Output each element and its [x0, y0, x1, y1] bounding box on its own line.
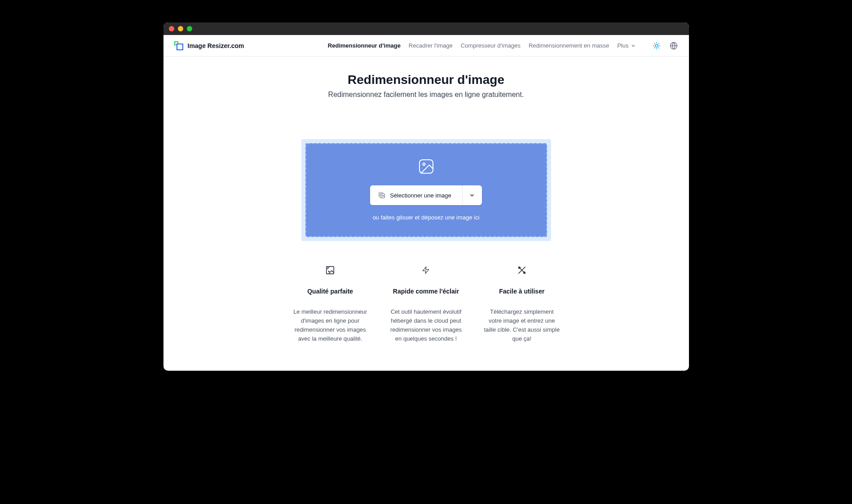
close-window-button[interactable] [169, 26, 174, 31]
brand-logo[interactable]: Image Resizer.com [174, 41, 244, 50]
select-image-button[interactable]: Sélectionner une image [370, 185, 462, 205]
page-title: Redimensionneur d'image [163, 73, 689, 87]
select-source-dropdown[interactable] [462, 185, 482, 205]
select-image-label: Sélectionner une image [390, 192, 451, 199]
main-content: Redimensionneur d'image Redimensionnez f… [163, 57, 689, 371]
dropzone[interactable]: Sélectionner une image ou faites glisser… [305, 143, 547, 237]
nav-link-crop[interactable]: Recadrer l'image [409, 42, 453, 49]
resize-icon [325, 265, 335, 275]
nav-icons [652, 41, 678, 50]
svg-line-7 [654, 48, 654, 48]
svg-line-4 [658, 48, 659, 48]
svg-line-8 [658, 43, 659, 44]
globe-icon [670, 42, 678, 50]
image-placeholder-icon [417, 158, 435, 175]
chevron-down-icon [631, 43, 636, 48]
language-button[interactable] [669, 41, 678, 50]
images-icon [378, 192, 385, 199]
features-row: Qualité parfaite Le meilleur redimension… [291, 265, 561, 344]
svg-point-0 [655, 44, 658, 47]
feature-title: Rapide comme l'éclair [387, 288, 465, 295]
browser-window: Image Resizer.com Redimensionneur d'imag… [163, 22, 689, 371]
nav-more-label: Plus [617, 42, 628, 49]
feature-quality: Qualité parfaite Le meilleur redimension… [291, 265, 369, 344]
select-image-group: Sélectionner une image [370, 185, 482, 205]
feature-title: Facile à utiliser [483, 288, 561, 295]
brand-name: Image Resizer.com [188, 42, 244, 49]
svg-marker-17 [423, 267, 429, 274]
feature-desc: Cet outil hautement évolutif hébergé dan… [387, 307, 465, 344]
svg-point-12 [423, 163, 425, 166]
main-nav: Redimensionneur d'image Recadrer l'image… [328, 41, 678, 50]
nav-link-bulk[interactable]: Redimensionnement en masse [529, 42, 609, 49]
site-header: Image Resizer.com Redimensionneur d'imag… [163, 35, 689, 57]
chevron-down-icon [469, 192, 475, 198]
maximize-window-button[interactable] [187, 26, 192, 31]
feature-desc: Le meilleur redimensionneur d'images en … [291, 307, 369, 344]
feature-desc: Téléchargez simplement votre image et en… [483, 307, 561, 344]
feature-easy: Facile à utiliser Téléchargez simplement… [483, 265, 561, 344]
nav-more-dropdown[interactable]: Plus [617, 42, 636, 49]
minimize-window-button[interactable] [178, 26, 183, 31]
logo-icon [174, 41, 183, 50]
svg-point-16 [328, 271, 329, 272]
sun-icon [653, 42, 661, 50]
drag-hint: ou faites glisser et déposez une image i… [373, 214, 480, 221]
nav-link-resizer[interactable]: Redimensionneur d'image [328, 42, 401, 49]
titlebar [163, 22, 689, 35]
feature-speed: Rapide comme l'éclair Cet outil hautemen… [387, 265, 465, 344]
theme-toggle-button[interactable] [652, 41, 661, 50]
lightning-icon [421, 265, 431, 275]
dropzone-container: Sélectionner une image ou faites glisser… [301, 139, 551, 241]
svg-point-14 [382, 195, 382, 195]
feature-title: Qualité parfaite [291, 288, 369, 295]
tools-icon [517, 265, 527, 275]
nav-link-compressor[interactable]: Compresseur d'images [461, 42, 521, 49]
page-subtitle: Redimensionnez facilement les images en … [163, 91, 689, 99]
svg-line-3 [654, 43, 654, 44]
